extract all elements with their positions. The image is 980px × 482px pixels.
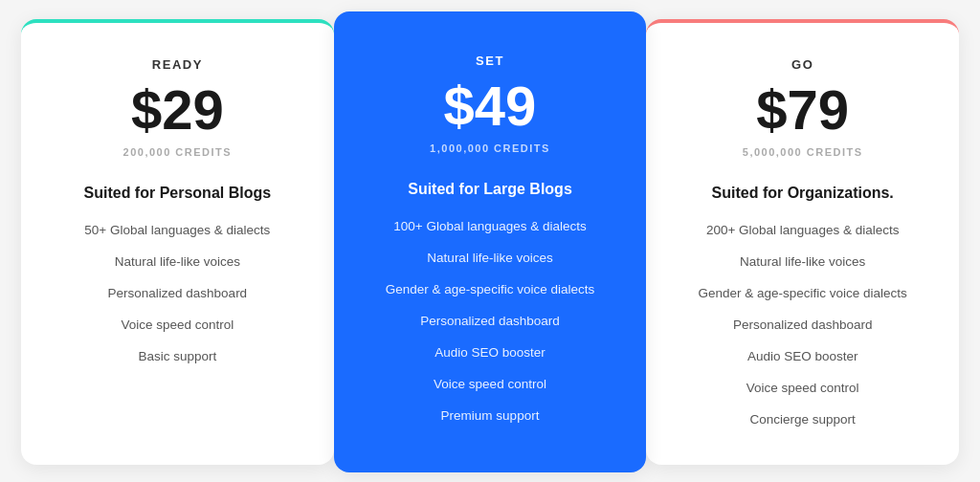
- feature-item: Audio SEO booster: [365, 341, 616, 363]
- feature-item: Natural life-like voices: [677, 251, 928, 273]
- plan-name: READY: [52, 57, 303, 72]
- plan-credits: 5,000,000 CREDITS: [677, 146, 928, 158]
- feature-item: Personalized dashboard: [677, 314, 928, 336]
- feature-item: Premium support: [365, 405, 616, 427]
- plan-name: SET: [365, 54, 616, 68]
- feature-item: Natural life-like voices: [52, 251, 303, 273]
- feature-item: Audio SEO booster: [677, 345, 928, 367]
- pricing-container: READY $29 200,000 CREDITS Suited for Per…: [21, 19, 959, 465]
- plan-credits: 200,000 CREDITS: [52, 146, 303, 158]
- plan-tagline: Suited for Large Blogs: [365, 181, 616, 198]
- plan-price: $29: [52, 79, 303, 141]
- feature-item: Gender & age-specific voice dialects: [365, 278, 616, 300]
- plan-card-ready: READY $29 200,000 CREDITS Suited for Per…: [21, 19, 334, 465]
- plan-name: GO: [677, 57, 928, 72]
- plan-credits: 1,000,000 CREDITS: [365, 142, 616, 154]
- feature-item: 200+ Global languages & dialects: [677, 219, 928, 241]
- plan-card-go: GO $79 5,000,000 CREDITS Suited for Orga…: [646, 19, 959, 465]
- feature-item: 50+ Global languages & dialects: [52, 219, 303, 241]
- feature-item: 100+ Global languages & dialects: [365, 215, 616, 237]
- feature-item: Voice speed control: [365, 373, 616, 395]
- feature-item: Concierge support: [677, 408, 928, 430]
- plan-tagline: Suited for Organizations.: [677, 185, 928, 202]
- plan-tagline: Suited for Personal Blogs: [52, 185, 303, 202]
- feature-item: Personalized dashboard: [365, 310, 616, 332]
- features-list: 200+ Global languages & dialects Natural…: [677, 219, 928, 430]
- feature-item: Voice speed control: [52, 314, 303, 336]
- plan-card-set: SET $49 1,000,000 CREDITS Suited for Lar…: [334, 11, 647, 472]
- feature-item: Gender & age-specific voice dialects: [677, 282, 928, 304]
- feature-item: Voice speed control: [677, 377, 928, 399]
- features-list: 100+ Global languages & dialects Natural…: [365, 215, 616, 427]
- features-list: 50+ Global languages & dialects Natural …: [52, 219, 303, 367]
- plan-price: $79: [677, 79, 928, 141]
- feature-item: Basic support: [52, 345, 303, 367]
- feature-item: Natural life-like voices: [365, 247, 616, 269]
- feature-item: Personalized dashboard: [52, 282, 303, 304]
- plan-price: $49: [365, 76, 616, 137]
